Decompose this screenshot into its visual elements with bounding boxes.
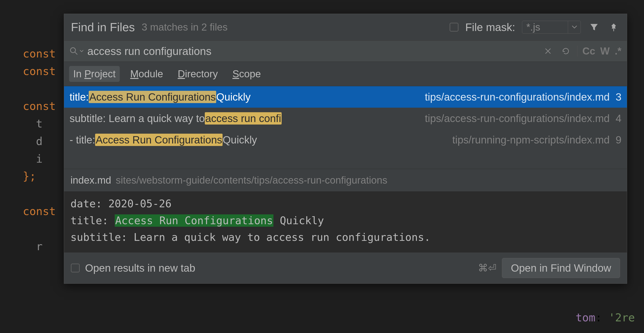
result-path: tips/access-run-configurations/index.md	[425, 91, 610, 103]
search-icon	[70, 47, 78, 56]
result-suffix: Quickly	[216, 91, 250, 103]
result-prefix: title:	[70, 91, 89, 103]
preview-body[interactable]: date: 2020-05-26 title: Access Run Confi…	[64, 191, 627, 252]
result-line: 9	[616, 134, 622, 146]
result-match: access run confi	[205, 112, 282, 124]
pin-icon[interactable]	[607, 21, 620, 34]
filter-icon[interactable]	[588, 21, 600, 34]
open-new-tab-label: Open results in new tab	[85, 262, 195, 274]
open-new-tab-checkbox[interactable]	[71, 264, 80, 272]
file-mask-input[interactable]: *.js	[522, 22, 568, 33]
code-frag: i	[36, 152, 43, 165]
preview-filename: index.md	[70, 174, 111, 186]
dialog-header: Find in Files 3 matches in 2 files File …	[64, 14, 627, 40]
result-line: 4	[616, 112, 622, 124]
dialog-title: Find in Files	[71, 20, 135, 34]
code-keyword: const	[23, 65, 56, 78]
code-keyword: const	[23, 100, 56, 112]
scope-directory[interactable]: Directory	[174, 66, 222, 82]
open-find-window-button[interactable]: Open in Find Window	[502, 258, 620, 278]
scope-tabs: In Project Module Directory Scope	[64, 62, 627, 86]
preview-header: index.md sites/webstorm-guide/contents/t…	[64, 169, 627, 191]
result-match: Access Run Configurations	[95, 134, 222, 146]
result-prefix: - title:	[70, 134, 95, 146]
code-frag: t	[36, 117, 43, 130]
file-mask-checkbox[interactable]	[450, 23, 458, 32]
words-toggle[interactable]: W	[600, 46, 610, 57]
result-suffix: Quickly	[222, 134, 257, 146]
file-mask-combobox[interactable]: *.js	[522, 21, 581, 34]
svg-point-1	[70, 48, 76, 53]
search-input-row: Cc W .*	[64, 40, 627, 62]
history-icon[interactable]	[560, 45, 572, 58]
regex-toggle[interactable]: .*	[615, 46, 622, 57]
result-path: tips/access-run-configurations/index.md	[425, 112, 610, 124]
file-mask-label: File mask:	[465, 21, 515, 34]
result-path: tips/running-npm-scripts/index.md	[452, 134, 610, 146]
search-input-actions: Cc W .*	[542, 45, 622, 58]
result-line: 3	[616, 91, 622, 103]
code-frag: d	[36, 135, 43, 148]
clear-icon[interactable]	[542, 45, 554, 58]
preview-match: Access Run Configurations	[115, 214, 274, 227]
dialog-footer: Open results in new tab ⌘⏎ Open in Find …	[64, 252, 627, 284]
preview-path: sites/webstorm-guide/contents/tips/acces…	[116, 174, 388, 186]
code-prop: tom	[576, 311, 596, 324]
match-case-toggle[interactable]: Cc	[582, 46, 595, 57]
find-in-files-dialog: Find in Files 3 matches in 2 files File …	[64, 14, 627, 284]
result-prefix: subtitle: Learn a quick way to	[70, 112, 205, 124]
code-brace: };	[23, 170, 36, 182]
result-row[interactable]: subtitle: Learn a quick way to access ru…	[64, 108, 627, 129]
svg-line-2	[75, 52, 77, 54]
shortcut-hint: ⌘⏎	[478, 262, 496, 274]
code-frag: r	[36, 240, 43, 253]
match-count: 3 matches in 2 files	[142, 22, 228, 33]
scope-in-project[interactable]: In Project	[69, 66, 120, 82]
code-keyword: const	[23, 47, 56, 60]
chevron-down-icon[interactable]	[568, 21, 580, 34]
results-list: title: Access Run Configurations Quickly…	[64, 86, 627, 169]
result-row[interactable]: title: Access Run Configurations Quickly…	[64, 86, 627, 108]
scope-scope[interactable]: Scope	[228, 66, 265, 82]
search-history-dropdown-icon[interactable]	[80, 50, 84, 52]
result-match: Access Run Configurations	[89, 91, 216, 103]
code-keyword: const	[23, 205, 56, 218]
code-string: '2re	[608, 311, 635, 324]
search-input[interactable]	[87, 45, 538, 58]
code-fragment-bottom: tom: '2re	[576, 311, 635, 324]
scope-module[interactable]: Module	[126, 66, 167, 82]
result-row[interactable]: - title: Access Run Configurations Quick…	[64, 129, 627, 150]
